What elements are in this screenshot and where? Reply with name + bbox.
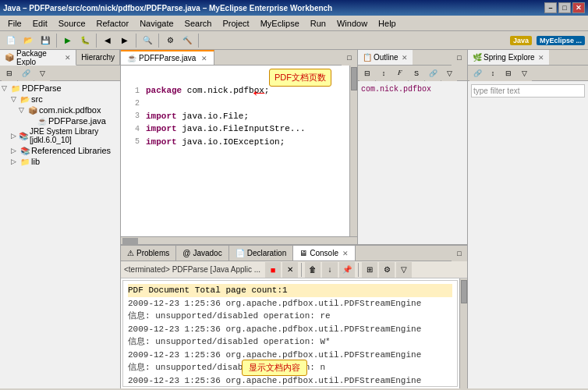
- outline-collapse[interactable]: ⊟: [360, 66, 375, 81]
- console-scroll-button[interactable]: ↓: [322, 262, 338, 278]
- tab-declaration[interactable]: 📄 Declaration: [229, 246, 294, 261]
- tab-hierarchy[interactable]: Hierarchy: [76, 50, 120, 65]
- menu-edit[interactable]: Edit: [28, 17, 52, 30]
- console-clear-button[interactable]: 🗑: [305, 262, 321, 278]
- view-menu-button[interactable]: ▽: [34, 66, 50, 81]
- menu-navigate[interactable]: Navigate: [135, 17, 178, 30]
- spring-tab-close[interactable]: ✕: [538, 54, 544, 62]
- console-tab-close[interactable]: ✕: [342, 250, 349, 257]
- close-button[interactable]: ✕: [572, 2, 585, 13]
- console-label-tab: Console: [310, 249, 338, 257]
- menu-run[interactable]: Run: [306, 17, 331, 30]
- tb-run-button[interactable]: ▶: [60, 33, 76, 48]
- menu-source[interactable]: Source: [54, 17, 90, 30]
- tb-build-button[interactable]: 🔨: [179, 33, 195, 48]
- toolbar-separator-5: [198, 34, 199, 48]
- console-stop-button[interactable]: ■: [265, 262, 281, 278]
- editor-scrollbar[interactable]: [349, 66, 357, 236]
- console-sep-1: [301, 263, 302, 277]
- javadoc-label: Javadoc: [193, 249, 221, 257]
- tree-label-lib: lib: [31, 157, 40, 166]
- tree-item-src[interactable]: ▽ 📂 src: [2, 94, 119, 105]
- console-toolbar: <terminated> PDFParse [Java Applic ... ■…: [121, 261, 467, 278]
- console-remove-button[interactable]: ✕: [282, 262, 298, 278]
- java-perspective-badge[interactable]: Java: [510, 36, 532, 45]
- tree-item-lib[interactable]: ▷ 📁 lib: [2, 156, 119, 167]
- spring-tb-1[interactable]: 🔗: [469, 66, 485, 81]
- collapse-all-button[interactable]: ⊟: [2, 66, 17, 81]
- code-line-5: 5 import java.io.IOException;: [124, 136, 354, 149]
- tab-console[interactable]: 🖥 Console ✕: [293, 246, 356, 261]
- tree-label-pdfparse: PDFParse: [22, 83, 62, 93]
- outline-tab-close[interactable]: ✕: [402, 54, 408, 62]
- outline-maximize[interactable]: □: [452, 50, 467, 66]
- menu-myeclipse[interactable]: MyEclipse: [256, 17, 304, 30]
- tb-back-button[interactable]: ◀: [100, 33, 115, 48]
- menu-refactor[interactable]: Refactor: [92, 17, 134, 30]
- editor-hscrollbar[interactable]: [121, 236, 357, 244]
- tb-new-button[interactable]: 📄: [3, 33, 19, 48]
- outline-hide-fields[interactable]: 𝐹: [392, 66, 408, 81]
- myeclipse-perspective-badge[interactable]: MyEclipse ...: [537, 36, 585, 45]
- tree-label-src: src: [31, 94, 43, 104]
- window-title: Java – PDFParse/src/com/nick/pdfbox/PDFP…: [3, 4, 332, 12]
- minimize-button[interactable]: –: [544, 2, 557, 13]
- tree-item-reflibs[interactable]: ▷ 📚 Referenced Libraries: [2, 145, 119, 156]
- editor-maximize-button[interactable]: □: [342, 50, 357, 66]
- import-3: java.io.IOException;: [177, 136, 285, 149]
- java-file-icon: ☕: [37, 117, 47, 126]
- tb-open-button[interactable]: 📂: [20, 33, 36, 48]
- tb-save-button[interactable]: 💾: [37, 33, 53, 48]
- package-explorer-close[interactable]: ✕: [65, 54, 71, 62]
- tab-pdfparse-java[interactable]: ☕ PDFFParse.java ✕: [121, 50, 214, 65]
- outline-hide-static[interactable]: S: [409, 66, 424, 81]
- declaration-icon: 📄: [236, 249, 245, 257]
- menu-search[interactable]: Search: [180, 17, 217, 30]
- package-explorer-label: Package Explo: [16, 49, 61, 66]
- tab-problems[interactable]: ⚠ Problems: [121, 246, 176, 261]
- link-editor-button[interactable]: 🔗: [18, 66, 34, 81]
- tab-package-explorer[interactable]: 📦 Package Explo ✕: [0, 50, 76, 66]
- outline-menu[interactable]: ▽: [441, 66, 457, 81]
- console-expand-button[interactable]: ⊞: [362, 262, 377, 278]
- tb-gear-button[interactable]: ⚙: [162, 33, 178, 48]
- menu-window[interactable]: Window: [332, 17, 372, 30]
- tb-debug-button[interactable]: 🐛: [77, 33, 93, 48]
- menu-help[interactable]: Help: [374, 17, 401, 30]
- tab-outline[interactable]: 📋 Outline ✕: [358, 50, 413, 65]
- outline-sort[interactable]: ↕: [376, 66, 391, 81]
- tab-spring-explorer[interactable]: 🌿 Spring Explore ✕: [468, 50, 549, 65]
- spring-tb-4[interactable]: ▽: [516, 66, 532, 81]
- tab-javadoc[interactable]: @ Javadoc: [176, 246, 228, 261]
- hscroll-thumb[interactable]: [122, 238, 138, 244]
- code-line-2: 2: [124, 98, 354, 110]
- menu-project[interactable]: Project: [218, 17, 253, 30]
- spring-filter-input[interactable]: [471, 84, 585, 98]
- toolbar-main: 📄 📂 💾 ▶ 🐛 ◀ ▶ 🔍 ⚙ 🔨 Java MyEclipse ...: [0, 31, 588, 50]
- tree-item-package[interactable]: ▽ 📦 com.nick.pdfbox: [2, 105, 119, 115]
- editor-scrollbar-thumb[interactable]: [351, 67, 357, 90]
- console-maximize-button[interactable]: □: [452, 246, 467, 261]
- outline-link[interactable]: 🔗: [425, 66, 441, 81]
- spring-tb-2[interactable]: ↕: [485, 66, 501, 81]
- tb-forward-button[interactable]: ▶: [117, 33, 133, 48]
- tree-item-java-file[interactable]: ☕ PDFParse.java: [2, 115, 119, 126]
- console-menu-button[interactable]: ▽: [396, 262, 412, 278]
- java-tab-close[interactable]: ✕: [201, 55, 207, 62]
- import-1: java.io.File;: [177, 110, 249, 123]
- tb-search-button[interactable]: 🔍: [140, 33, 155, 48]
- console-settings-button[interactable]: ⚙: [379, 262, 395, 278]
- spring-tb-3[interactable]: ⊟: [501, 66, 516, 81]
- menu-file[interactable]: File: [3, 17, 27, 30]
- console-icon: 🖥: [299, 249, 307, 257]
- editor-content[interactable]: PDF文档页数 ← 1 package com.nick.pdfbox; 2 3…: [121, 66, 357, 236]
- maximize-button[interactable]: □: [558, 2, 571, 13]
- left-panel: 📦 Package Explo ✕ Hierarchy ⊟ 🔗 ▽ ▽ 📁 PD…: [0, 50, 121, 388]
- tree-item-jre[interactable]: ▷ 📚 JRE System Library [jdkl.6.0_10]: [2, 126, 119, 145]
- console-scrollbar[interactable]: [459, 278, 467, 388]
- toolbar-separator-2: [96, 34, 97, 48]
- tree-item-pdfparse[interactable]: ▽ 📁 PDFParse: [2, 83, 119, 94]
- console-pin-button[interactable]: 📌: [339, 262, 355, 278]
- tree-label-reflibs: Referenced Libraries: [31, 146, 111, 155]
- console-scrollbar-thumb[interactable]: [461, 280, 467, 303]
